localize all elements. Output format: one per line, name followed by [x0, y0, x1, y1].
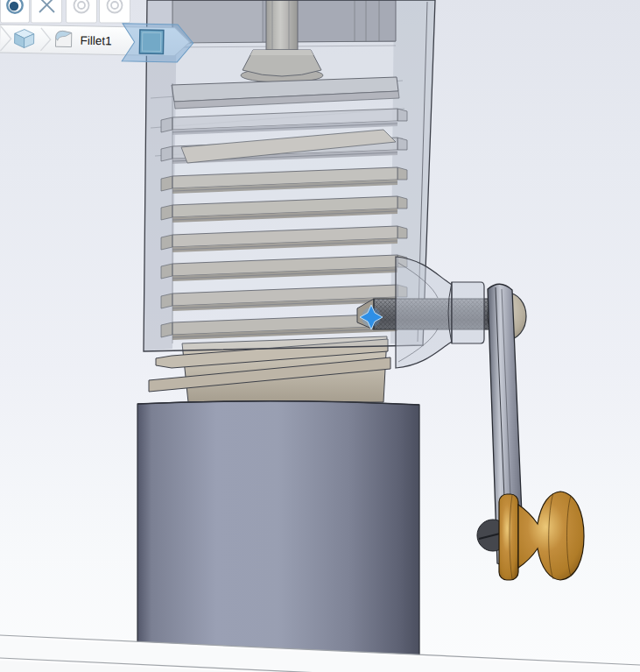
base-cylinder[interactable] [137, 401, 419, 656]
context-toolbar-button-2[interactable] [32, 0, 62, 23]
context-toolbar-button-3[interactable] [67, 0, 97, 23]
context-toolbar [1, 0, 130, 23]
crank-knob[interactable] [499, 492, 584, 580]
fillet-feature-icon [56, 31, 72, 46]
context-toolbar-button-4[interactable] [100, 0, 130, 23]
breadcrumb-label: Fillet1 [81, 34, 112, 48]
glass-bell-boss[interactable] [396, 257, 484, 368]
selected-face-icon [139, 30, 164, 54]
breadcrumb: Fillet1 [0, 21, 193, 62]
context-toolbar-button-1[interactable] [1, 0, 30, 23]
graphics-area[interactable] [0, 0, 640, 672]
cad-viewport[interactable]: Fillet1 [0, 0, 640, 672]
